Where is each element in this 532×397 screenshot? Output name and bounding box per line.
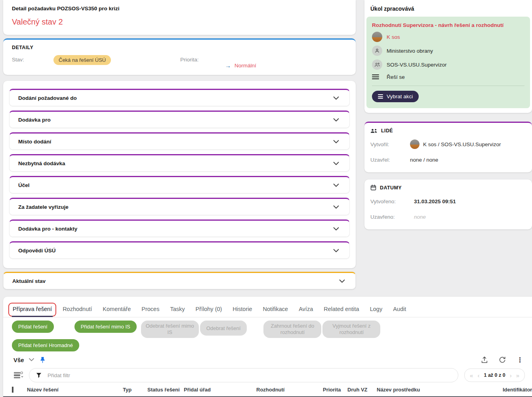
chevron-down-icon: [333, 118, 339, 122]
dates-card: DATUMY Vytvořeno: 31.03.2025 09:51 Uzavř…: [364, 179, 532, 229]
table-header: Název řešení Typ Status řešeni Přidal úř…: [3, 387, 532, 397]
created-by-row: Vytvořil: K sos / SOS-VS.USU.Supervizor: [370, 139, 526, 149]
tab-bar: Příprava řešení Rozhodnutí Komentáře Pro…: [3, 303, 532, 317]
tabs-panel: Příprava řešení Rozhodnutí Komentáře Pro…: [3, 297, 532, 397]
tab-audit[interactable]: Audit: [393, 303, 406, 317]
divider: [372, 86, 524, 86]
calendar-icon: [370, 185, 376, 191]
accordion-dodavka-pro-kontakty[interactable]: Dodávka pro - kontakty: [9, 219, 350, 237]
funnel-icon: [36, 372, 42, 378]
tab-proces[interactable]: Proces: [141, 303, 159, 317]
request-header-card: Detail požadavku POZSOS-VS350 pro krizi …: [3, 0, 356, 35]
tab-notifikace[interactable]: Notifikace: [263, 303, 288, 317]
accordion-aktualni-stav[interactable]: Aktuální stav: [3, 272, 356, 289]
tab-priprava-reseni[interactable]: Příprava řešení: [13, 303, 52, 317]
column-header[interactable]: Priorita: [323, 387, 347, 393]
task-role: SOS-VS.USU.Supervizor: [387, 62, 447, 68]
accordion-misto-dodani[interactable]: Místo dodání: [9, 132, 350, 150]
created-by-value: K sos / SOS-VS.USU.Supervizor: [423, 141, 501, 147]
kebab-menu-icon[interactable]: ⋮: [517, 357, 523, 363]
closed-at-row: Uzavřeno: none: [370, 212, 526, 221]
tab-historie[interactable]: Historie: [233, 303, 252, 317]
task-role-row: SOS-VS.USU.Supervizor: [372, 59, 524, 70]
chevron-down-icon: [333, 183, 339, 187]
vybrat-akci-button[interactable]: Vybrat akci: [372, 91, 419, 102]
people-icon: [370, 128, 378, 134]
priorita-value-group: → Normální: [225, 63, 256, 69]
task-title: Rozhodnutí Supervizora - návrh řešení a …: [372, 22, 524, 28]
pridat-reseni-hromadne-button[interactable]: Přidat řešení Hromadné: [12, 339, 79, 351]
first-page-icon[interactable]: «: [470, 372, 473, 378]
chevron-down-icon: [333, 162, 339, 165]
accordion-za-zadatele-vyrizuje[interactable]: Za žadatele vyřizuje: [9, 198, 350, 215]
column-header[interactable]: Rozhodnutí: [256, 387, 323, 393]
prev-page-icon[interactable]: ‹: [477, 372, 479, 378]
priorita-value: Normální: [235, 63, 256, 69]
created-at-label: Vytvořeno:: [370, 198, 414, 204]
task-assignee-link[interactable]: K sos: [387, 34, 400, 40]
pagination: « ‹ 1 až 0 z 0 › »: [464, 368, 525, 382]
menu-icon: [378, 94, 383, 100]
column-settings-icon[interactable]: [13, 371, 24, 380]
export-icon[interactable]: [481, 356, 488, 364]
closed-at-value: none: [414, 214, 426, 220]
accordion-dodavka-pro[interactable]: Dodávka pro: [9, 111, 350, 128]
column-header[interactable]: Identifikátor zdro: [503, 387, 532, 393]
priorita-label: Priorita:: [180, 57, 199, 63]
accordion-nezbytna-dodavka[interactable]: Nezbytná dodávka: [9, 154, 350, 172]
chevron-down-icon[interactable]: [29, 358, 34, 361]
tab-prilohy[interactable]: Přílohy (0): [195, 303, 222, 317]
created-by-label: Vytvořil:: [370, 141, 410, 147]
view-toolbar: Vše ⋮: [3, 355, 532, 365]
view-selector[interactable]: Vše: [13, 357, 24, 363]
accordion-dodani-pozadovane-do[interactable]: Dodání požadované do: [9, 89, 350, 106]
chevron-down-icon: [339, 279, 345, 283]
column-header[interactable]: Status řešeni: [147, 387, 184, 393]
tab-logy[interactable]: Logy: [370, 303, 382, 317]
chevron-down-icon: [333, 140, 339, 143]
task-assignee-row: K sos: [372, 32, 524, 42]
details-card: DETAILY Stav: Čeká na řešení ÚSÚ Priorit…: [3, 38, 356, 75]
chevron-down-icon: [333, 249, 339, 252]
chevron-down-icon: [333, 205, 339, 209]
filter-toolbar: « ‹ 1 až 0 z 0 › »: [3, 368, 532, 382]
column-header[interactable]: Přidal úřad: [184, 387, 256, 393]
select-all-checkbox[interactable]: [12, 387, 13, 393]
tab-aviza[interactable]: Avíza: [299, 303, 313, 317]
pagination-label: 1 až 0 z 0: [484, 372, 505, 378]
zahrnout-reseni-button: Zahrnout řešení do rozhodnutí: [263, 321, 321, 338]
column-header[interactable]: Název prostředku: [377, 387, 503, 393]
column-header[interactable]: Druh VZ: [347, 387, 377, 393]
tab-tasky[interactable]: Tasky: [170, 303, 185, 317]
chevron-down-icon: [333, 96, 339, 100]
tab-related-entita[interactable]: Related entita: [324, 303, 359, 317]
status-badge: Čeká na řešení ÚSÚ: [53, 55, 111, 65]
task-card: Úkol zpracovává Rozhodnutí Supervizora -…: [364, 0, 532, 113]
action-buttons: Přidat řešení Přidat řešení mimo IS Odeb…: [3, 317, 532, 351]
refresh-icon[interactable]: [499, 356, 506, 363]
closed-at-label: Uzavřeno:: [370, 214, 414, 220]
last-page-icon[interactable]: »: [516, 372, 519, 378]
pridat-reseni-mimo-is-button[interactable]: Přidat řešení mimo IS: [74, 321, 137, 333]
tab-rozhodnuti[interactable]: Rozhodnutí: [63, 303, 92, 317]
column-header[interactable]: Typ: [123, 387, 147, 393]
request-sections-card: Dodání požadované do Dodávka pro Místo d…: [3, 81, 356, 268]
task-authority-row: Ministerstvo obrany: [372, 46, 524, 56]
chevron-down-icon: [333, 227, 339, 231]
details-heading: DETAILY: [12, 45, 347, 50]
page-title: Detail požadavku POZSOS-VS350 pro krizi: [12, 6, 347, 11]
tab-komentare[interactable]: Komentáře: [103, 303, 131, 317]
accordion-ucel[interactable]: Účel: [9, 176, 350, 193]
closed-by-label: Uzavřel:: [370, 157, 410, 163]
main-content: Detail požadavku POZSOS-VS350 pro krizi …: [0, 0, 532, 289]
created-at-value: 31.03.2025 09:51: [414, 198, 456, 204]
filter-input-wrapper: [29, 368, 458, 382]
next-page-icon[interactable]: ›: [510, 372, 512, 378]
pridat-reseni-button[interactable]: Přidat řešení: [12, 321, 54, 333]
column-header[interactable]: Název řešení: [27, 387, 123, 393]
menu-lines-icon: [372, 73, 382, 80]
dates-heading: DATUMY: [380, 185, 402, 191]
pin-icon[interactable]: [40, 357, 45, 363]
accordion-odpovedi-usu[interactable]: Odpovědi ÚSÚ: [9, 241, 350, 259]
filter-input[interactable]: [47, 372, 451, 379]
